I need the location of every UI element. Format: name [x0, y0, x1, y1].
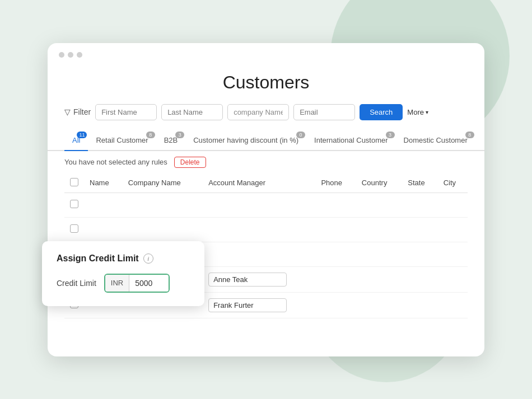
row-account-manager: [203, 266, 315, 292]
row-city: [438, 217, 468, 242]
row-country: [356, 266, 402, 292]
dot-1: [59, 52, 64, 58]
col-city: City: [438, 173, 468, 193]
row-city: [438, 292, 468, 318]
row-state: [402, 193, 437, 217]
tab-international[interactable]: 3 International Customer: [306, 132, 396, 151]
row-phone: [315, 266, 356, 292]
tab-discount-badge: 0: [296, 132, 305, 138]
row-state: [402, 292, 437, 318]
select-all-checkbox[interactable]: [70, 178, 78, 186]
search-button[interactable]: Search: [360, 104, 403, 120]
tab-discount[interactable]: 0 Customer having discount (in %): [185, 132, 306, 151]
row-country: [356, 193, 402, 217]
tab-b2b[interactable]: 3 B2B: [156, 132, 186, 151]
tab-retail[interactable]: 8 Retail Customer: [88, 132, 156, 151]
row-checkbox-cell: [64, 193, 84, 217]
col-phone: Phone: [315, 173, 356, 193]
col-country: Country: [356, 173, 402, 193]
tab-domestic[interactable]: 8 Domestic Customer: [396, 132, 475, 151]
tab-domestic-label: Domestic Customer: [404, 136, 468, 144]
row-country: [356, 217, 402, 242]
page-title: Customers: [48, 63, 484, 104]
row-company: [123, 217, 203, 242]
account-manager-input[interactable]: [208, 298, 287, 312]
credit-limit-label: Credit Limit: [57, 279, 96, 288]
row-state: [402, 266, 437, 292]
tab-all-badge: 11: [77, 132, 87, 138]
row-name: [84, 193, 123, 217]
tab-international-badge: 3: [386, 132, 395, 138]
tab-international-label: International Customer: [314, 136, 388, 144]
row-country: [356, 242, 402, 266]
tab-b2b-badge: 3: [175, 132, 184, 138]
tab-retail-badge: 8: [146, 132, 155, 138]
popup-title: Assign Credit Limit i: [57, 254, 190, 264]
row-state: [402, 242, 437, 266]
row-country: [356, 292, 402, 318]
tab-all[interactable]: 11 All: [64, 132, 88, 151]
row-city: [438, 193, 468, 217]
row-account-manager: [203, 217, 315, 242]
row-city: [438, 242, 468, 266]
filter-label: ▽ Filter: [64, 107, 91, 116]
row-checkbox[interactable]: [70, 200, 78, 208]
col-checkbox: [64, 173, 84, 193]
row-phone: [315, 292, 356, 318]
table-row: [64, 193, 468, 217]
rules-warning-text: You have not selected any rules: [64, 158, 167, 166]
more-button[interactable]: More ▾: [407, 108, 428, 116]
table-row: [64, 217, 468, 242]
popup-title-text: Assign Credit Limit: [57, 254, 139, 264]
window-dots: [59, 52, 473, 58]
dot-2: [68, 52, 73, 58]
last-name-input[interactable]: [161, 104, 223, 120]
row-phone: [315, 217, 356, 242]
row-checkbox-cell: [64, 217, 84, 242]
filter-text: Filter: [73, 107, 91, 116]
tab-domestic-badge: 8: [465, 132, 474, 138]
col-name: Name: [84, 173, 123, 193]
row-city: [438, 266, 468, 292]
row-checkbox[interactable]: [70, 224, 78, 233]
row-account-manager: [203, 292, 315, 318]
info-icon[interactable]: i: [143, 254, 153, 264]
chevron-down-icon: ▾: [426, 109, 428, 115]
main-window: Customers ▽ Filter Search More ▾ 11 All …: [48, 43, 484, 356]
row-name: [84, 217, 123, 242]
filter-bar: ▽ Filter Search More ▾: [48, 104, 484, 132]
row-state: [402, 217, 437, 242]
currency-tag: INR: [105, 275, 129, 292]
row-phone: [315, 242, 356, 266]
delete-button[interactable]: Delete: [174, 157, 206, 168]
credit-row: Credit Limit INR: [57, 274, 190, 293]
dot-3: [77, 52, 82, 58]
account-manager-input[interactable]: [208, 273, 287, 287]
tab-discount-label: Customer having discount (in %): [193, 136, 298, 144]
tabs-container: 11 All 8 Retail Customer 3 B2B 0 Custome…: [48, 132, 484, 151]
credit-input-group: INR: [104, 274, 170, 293]
row-account-manager: [203, 193, 315, 217]
company-name-input[interactable]: [227, 104, 289, 120]
rules-bar: You have not selected any rules Delete: [48, 151, 484, 173]
row-company: [123, 193, 203, 217]
credit-amount-input[interactable]: [129, 275, 169, 292]
row-phone: [315, 193, 356, 217]
filter-icon: ▽: [64, 107, 71, 116]
first-name-input[interactable]: [95, 104, 157, 120]
col-state: State: [402, 173, 437, 193]
tab-retail-label: Retail Customer: [96, 136, 148, 144]
email-input[interactable]: [293, 104, 355, 120]
col-account-manager: Account Manager: [203, 173, 315, 193]
more-label: More: [407, 108, 424, 116]
assign-credit-limit-popup: Assign Credit Limit i Credit Limit INR: [42, 241, 204, 306]
row-account-manager: [203, 242, 315, 266]
col-company: Company Name: [123, 173, 203, 193]
window-header: [48, 43, 484, 63]
